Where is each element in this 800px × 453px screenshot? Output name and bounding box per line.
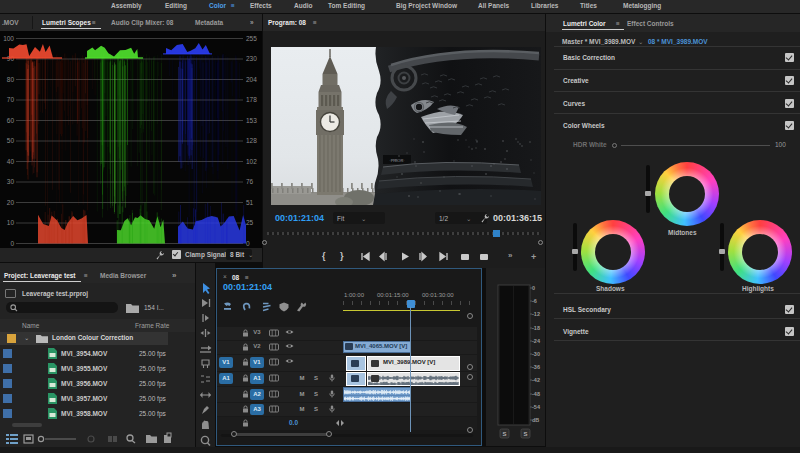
svg-text:-42: -42 (532, 377, 540, 383)
svg-text:178: 178 (246, 96, 257, 103)
svg-text:80: 80 (7, 76, 15, 83)
svg-text:0: 0 (10, 240, 14, 247)
svg-text:20: 20 (7, 199, 15, 206)
svg-text:230: 230 (246, 55, 257, 62)
svg-text:255: 255 (246, 35, 257, 42)
svg-text:0: 0 (246, 240, 250, 247)
svg-text:-54: -54 (532, 404, 541, 410)
svg-text:70: 70 (7, 96, 15, 103)
svg-text:204: 204 (246, 76, 257, 83)
svg-text:128: 128 (246, 137, 257, 144)
svg-text:0: 0 (532, 285, 535, 291)
svg-text:-48: -48 (532, 391, 540, 397)
svg-text:·PRIOR·: ·PRIOR· (389, 158, 404, 163)
svg-text:50: 50 (7, 137, 15, 144)
svg-text:S: S (523, 431, 527, 437)
svg-text:-24: -24 (532, 338, 541, 344)
svg-text:60: 60 (7, 117, 15, 124)
svg-text:-18: -18 (532, 325, 540, 331)
svg-text:102: 102 (246, 158, 257, 165)
svg-text:25: 25 (246, 219, 254, 226)
svg-text:dB: dB (532, 417, 539, 423)
svg-text:S: S (502, 431, 506, 437)
svg-text:153: 153 (246, 117, 257, 124)
svg-text:100: 100 (3, 35, 14, 42)
svg-text:-30: -30 (532, 351, 540, 357)
svg-text:-6: -6 (532, 298, 537, 304)
svg-text:76: 76 (246, 178, 254, 185)
svg-text:30: 30 (7, 178, 15, 185)
svg-text:40: 40 (7, 158, 15, 165)
svg-text:}: } (340, 251, 344, 261)
svg-text:{: { (322, 251, 326, 261)
svg-text:10: 10 (7, 219, 15, 226)
svg-text:-36: -36 (532, 364, 540, 370)
svg-text:-12: -12 (532, 311, 540, 317)
svg-text:51: 51 (246, 199, 254, 206)
